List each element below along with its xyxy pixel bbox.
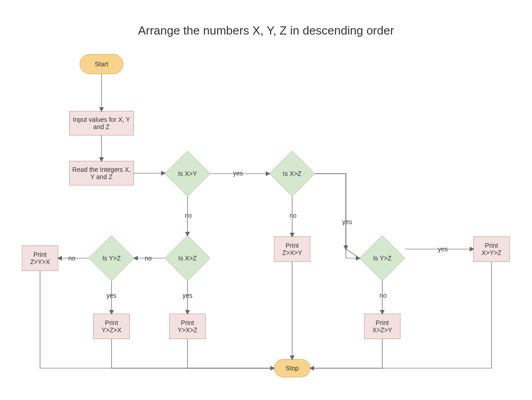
decision-y-gt-z-left: Is Y>Z xyxy=(89,235,134,281)
edge-xz-bottom-no: no xyxy=(144,255,153,262)
print-xyz: Print X>Y>Z xyxy=(473,236,510,262)
print-yzx: Print Y>Z>X xyxy=(93,314,130,339)
read-label: Read the Integers X, Y and Z xyxy=(70,166,133,180)
print-xzy: Print X>Z>Y xyxy=(364,314,400,339)
decision-y-gt-z-right: Is Y>Z xyxy=(360,235,405,281)
print-zxy-label: Print Z>X>Y xyxy=(282,242,302,256)
input-label: Input values for X, Y and Z xyxy=(70,116,133,130)
print-yxz-label: Print Y>X>Z xyxy=(177,319,198,334)
svg-line-8 xyxy=(346,249,360,258)
edge-yz-left-yes: yes xyxy=(106,292,117,299)
start-label: Start xyxy=(95,60,108,68)
print-zxy: Print Z>X>Y xyxy=(274,236,310,262)
edge-xz-top-yes: yes xyxy=(341,218,353,225)
print-yzx-label: Print Y>Z>X xyxy=(101,319,122,334)
print-xzy-label: Print X>Z>Y xyxy=(372,319,392,334)
decision-x-gt-z-top: Is X>Z xyxy=(269,151,315,196)
edge-yz-left-no: no xyxy=(67,255,76,262)
start-terminator: Start xyxy=(80,54,123,74)
print-zyx-label: Print Z>Y>X xyxy=(30,251,50,265)
input-process: Input values for X, Y and Z xyxy=(69,111,134,135)
stop-terminator: Stop xyxy=(274,359,310,377)
decision-x-gt-z-bottom-label: Is X>Z xyxy=(178,255,197,262)
edge-xz-top-no: no xyxy=(289,212,298,219)
decision-y-gt-z-right-label: Is Y>Z xyxy=(373,255,392,262)
print-zyx: Print Z>Y>X xyxy=(22,245,58,271)
flow-arrows xyxy=(0,0,532,400)
decision-x-gt-z-bottom: Is X>Z xyxy=(165,235,210,281)
edge-xy-no: no xyxy=(184,212,193,219)
read-process: Read the Integers X, Y and Z xyxy=(69,161,134,185)
decision-x-gt-y-label: Is X>Y xyxy=(178,170,197,177)
stop-label: Stop xyxy=(286,365,299,372)
decision-x-gt-z-top-label: Is X>Z xyxy=(283,170,302,177)
diagram-title: Arrange the numbers X, Y, Z in descendin… xyxy=(0,24,532,38)
print-xyz-label: Print X>Y>Z xyxy=(481,242,502,256)
edge-xz-bottom-yes: yes xyxy=(182,292,193,299)
print-yxz: Print Y>X>Z xyxy=(169,314,206,339)
edge-xy-yes: yes xyxy=(232,170,244,177)
edge-yz-right-no: no xyxy=(379,292,388,299)
edge-yz-right-yes: yes xyxy=(437,245,449,253)
decision-y-gt-z-left-label: Is Y>Z xyxy=(102,255,121,262)
decision-x-gt-y: Is X>Y xyxy=(165,151,210,196)
